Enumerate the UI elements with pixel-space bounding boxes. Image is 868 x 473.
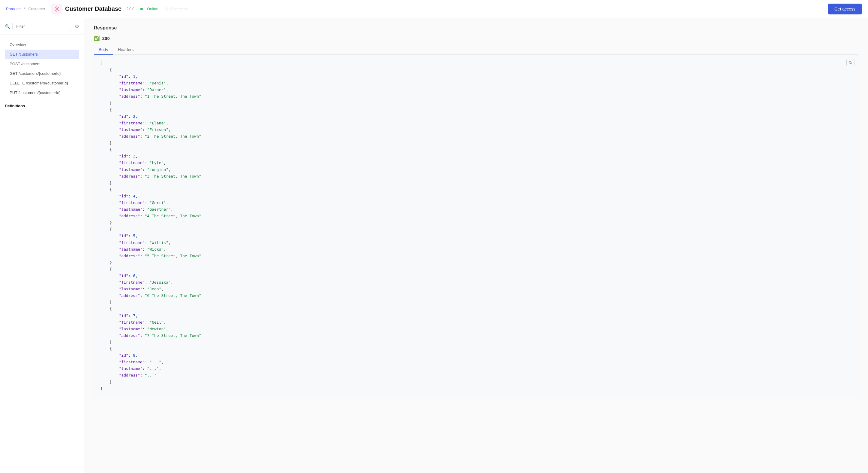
status-check-icon: ✅ xyxy=(94,35,100,41)
main-content: Response ✅ 200 Body Headers ⧉ [ { "id": … xyxy=(84,18,868,473)
star-rating[interactable]: ☆☆☆☆☆ xyxy=(164,6,188,12)
sidebar-nav: OverviewGET /customersPOST /customersGET… xyxy=(0,35,84,99)
breadcrumb-products[interactable]: Products xyxy=(6,7,21,11)
breadcrumb-separator: / xyxy=(24,7,25,11)
sidebar-definitions: Definitions xyxy=(0,99,84,109)
tab-headers[interactable]: Headers xyxy=(113,45,138,55)
definitions-label: Definitions xyxy=(5,104,79,108)
json-content: [ { "id": 1, "firstname": "Denis", "last… xyxy=(100,60,852,392)
breadcrumb-current: Customer xyxy=(28,7,45,11)
sidebar-item-post-customers[interactable]: POST /customers xyxy=(5,59,79,68)
layout: 🔍 ⚙ OverviewGET /customersPOST /customer… xyxy=(0,18,868,473)
sidebar-item-delete-customer-id[interactable]: DELETE /customers/{customerId} xyxy=(5,78,79,88)
sidebar-item-get-customer-id[interactable]: GET /customers/{customerId} xyxy=(5,69,79,78)
json-panel: ⧉ [ { "id": 1, "firstname": "Denis", "la… xyxy=(94,55,858,397)
sidebar: 🔍 ⚙ OverviewGET /customersPOST /customer… xyxy=(0,18,84,473)
svg-point-0 xyxy=(56,8,58,10)
topbar-left: Products / Customer xyxy=(6,7,46,11)
filter-input[interactable] xyxy=(12,22,71,31)
sidebar-item-put-customer-id[interactable]: PUT /customers/{customerId} xyxy=(5,88,79,97)
sidebar-item-overview[interactable]: Overview xyxy=(5,40,79,49)
copy-button[interactable]: ⧉ xyxy=(846,59,855,66)
sidebar-filter-bar: 🔍 ⚙ xyxy=(0,18,84,35)
sidebar-item-get-customers[interactable]: GET /customers xyxy=(5,50,79,59)
status-text: Online xyxy=(147,7,158,11)
search-icon: 🔍 xyxy=(5,24,10,29)
filter-settings-icon[interactable]: ⚙ xyxy=(75,24,79,29)
tab-body[interactable]: Body xyxy=(94,45,113,55)
version-badge: 2.0.0 xyxy=(126,7,134,11)
topbar: Products / Customer Customer Database 2.… xyxy=(0,0,868,18)
status-code: 200 xyxy=(102,36,110,41)
status-dot xyxy=(141,8,143,10)
response-tabs: Body Headers xyxy=(94,45,858,55)
breadcrumb: Products / Customer xyxy=(6,7,46,11)
response-title: Response xyxy=(94,25,858,31)
status-line: ✅ 200 xyxy=(94,35,858,41)
app-icon xyxy=(52,4,62,14)
app-title: Customer Database xyxy=(65,5,122,12)
get-access-button[interactable]: Get access xyxy=(828,4,862,14)
